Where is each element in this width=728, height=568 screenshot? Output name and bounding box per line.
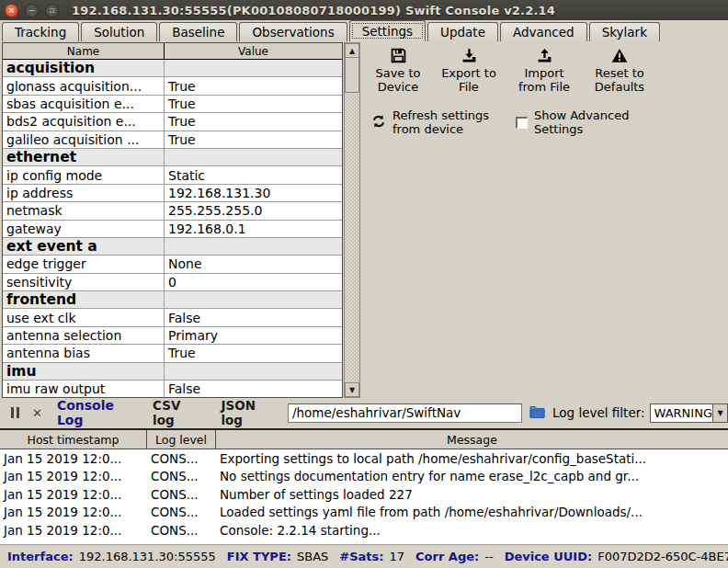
scrollbar-track[interactable] <box>345 93 359 382</box>
settings-row[interactable]: edge triggerNone <box>3 256 342 273</box>
folder-icon[interactable] <box>529 405 545 421</box>
settings-table: Name Value acquisition glonass acquisiti… <box>2 42 343 398</box>
log-message: No settings documentation entry for name… <box>216 468 728 486</box>
tab-advanced[interactable]: Advanced <box>500 22 587 41</box>
settings-row[interactable]: sensitivity0 <box>3 274 342 291</box>
setting-value: True <box>165 96 342 112</box>
refresh-settings-button[interactable]: Refresh settings from device <box>371 108 495 136</box>
settings-section-row[interactable]: imu <box>3 363 342 381</box>
log-row[interactable]: Jan 15 2019 12:0...CONS...Number of sett… <box>0 485 728 504</box>
tab-baseline[interactable]: Baseline <box>159 22 237 41</box>
log-row[interactable]: Jan 15 2019 12:0...CONS...No settings do… <box>0 468 728 486</box>
tab-skylark[interactable]: Skylark <box>589 22 660 41</box>
settings-scrollbar[interactable]: ▲ ▼ <box>344 42 360 398</box>
settings-section-row[interactable]: acquisition <box>3 60 342 77</box>
settings-row[interactable]: antenna biasTrue <box>3 345 342 362</box>
scrollbar-thumb[interactable] <box>345 58 359 93</box>
settings-row[interactable]: galileo acquisition ...True <box>3 131 342 149</box>
show-advanced-checkbox[interactable] <box>516 117 528 129</box>
settings-section-row[interactable]: frontend <box>3 291 342 309</box>
setting-value: True <box>165 77 342 94</box>
scroll-up-icon[interactable]: ▲ <box>345 43 359 58</box>
pause-log-icon[interactable] <box>11 407 19 418</box>
setting-name: sensitivity <box>3 274 165 290</box>
column-header-name[interactable]: Name <box>3 43 165 59</box>
settings-row[interactable]: ip config modeStatic <box>3 166 342 184</box>
setting-name: gateway <box>3 221 165 237</box>
tab-solution[interactable]: Solution <box>81 22 157 41</box>
section-name: imu <box>3 363 165 380</box>
tab-settings[interactable]: Settings <box>349 20 426 41</box>
column-header-value[interactable]: Value <box>165 43 342 59</box>
section-name: ethernet <box>3 149 165 165</box>
settings-row[interactable]: use ext clkFalse <box>3 309 342 326</box>
section-value <box>165 238 342 255</box>
log-timestamp: Jan 15 2019 12:0... <box>0 521 147 540</box>
column-header-log-level[interactable]: Log level <box>147 430 216 449</box>
log-row[interactable]: Jan 15 2019 12:0...CONS...Exporting sett… <box>0 449 728 468</box>
settings-row[interactable]: imu raw outputFalse <box>3 381 342 398</box>
settings-section-row[interactable]: ethernet <box>3 149 342 166</box>
log-row[interactable]: Jan 15 2019 12:0...CONS...Console: 2.2.1… <box>0 521 728 540</box>
log-level-select[interactable]: WARNING ▼ <box>650 403 728 423</box>
column-header-message[interactable]: Message <box>216 430 728 449</box>
import-from-file-label: Import from File <box>511 66 577 94</box>
tab-observations[interactable]: Observations <box>239 22 347 41</box>
setting-value: False <box>165 309 342 325</box>
setting-value: 0 <box>165 274 342 290</box>
show-advanced-settings-toggle[interactable]: Show Advanced Settings <box>516 108 633 136</box>
refresh-icon <box>371 114 386 131</box>
log-level-value: WARNING <box>651 404 712 422</box>
settings-row[interactable]: netmask255.255.255.0 <box>3 202 342 220</box>
setting-name: edge trigger <box>3 256 165 272</box>
settings-row[interactable]: gateway192.168.0.1 <box>3 221 342 238</box>
section-name: frontend <box>3 291 165 308</box>
log-timestamp: Jan 15 2019 12:0... <box>0 504 147 522</box>
sats-value: 17 <box>389 550 404 563</box>
minimize-window-icon[interactable]: − <box>25 4 39 17</box>
setting-name: bds2 acquisition e... <box>3 113 165 130</box>
close-window-icon[interactable]: × <box>5 4 18 17</box>
log-message: Number of settings loaded 227 <box>216 485 728 504</box>
save-to-device-label: Save to Device <box>370 66 427 94</box>
fix-type-value: SBAS <box>297 550 328 563</box>
import-from-file-button[interactable]: Import from File <box>511 48 577 94</box>
json-log-toggle[interactable]: JSON log <box>221 398 273 427</box>
settings-row[interactable]: sbas acquisition e...True <box>3 96 342 113</box>
log-row[interactable]: Jan 15 2019 12:0...CONS...Loaded setting… <box>0 504 728 522</box>
save-to-device-button[interactable]: Save to Device <box>370 48 427 94</box>
maximize-window-icon[interactable]: ▫ <box>45 4 59 17</box>
setting-name: antenna selection <box>3 327 165 344</box>
settings-row[interactable]: glonass acquisition...True <box>3 77 342 95</box>
reset-to-defaults-label: Reset to Defaults <box>589 66 650 94</box>
tab-tracking[interactable]: Tracking <box>2 22 79 41</box>
device-uuid-value: F007D2D2-650C-4BE7-83EC <box>597 550 728 563</box>
csv-log-toggle[interactable]: CSV log <box>153 398 199 427</box>
clear-log-icon[interactable]: ✕ <box>32 406 42 420</box>
setting-value: True <box>165 131 342 148</box>
chevron-down-icon[interactable]: ▼ <box>712 404 727 422</box>
settings-row[interactable]: ip address192.168.131.30 <box>3 185 342 202</box>
settings-row[interactable]: bds2 acquisition e...True <box>3 113 342 131</box>
sats-label: #Sats: <box>339 550 383 563</box>
scroll-down-icon[interactable]: ▼ <box>345 382 359 397</box>
section-value <box>165 60 342 76</box>
log-timestamp: Jan 15 2019 12:0... <box>0 485 147 504</box>
titlebar: × − ▫ 192.168.131.30:55555(PK00108080718… <box>0 0 728 20</box>
log-level: CONS... <box>147 504 216 522</box>
show-advanced-label: Show Advanced Settings <box>534 108 633 136</box>
setting-name: galileo acquisition ... <box>3 131 165 148</box>
log-table-header: Host timestamp Log level Message <box>0 430 728 449</box>
settings-section-row[interactable]: ext event a <box>3 238 342 256</box>
settings-actions-panel: Save to Device Export to File Import fro… <box>364 48 724 136</box>
column-header-host-timestamp[interactable]: Host timestamp <box>0 430 147 449</box>
reset-to-defaults-button[interactable]: Reset to Defaults <box>589 48 650 94</box>
setting-name: ip address <box>3 185 165 201</box>
log-path-input[interactable] <box>288 403 522 423</box>
tab-update[interactable]: Update <box>427 22 498 41</box>
export-to-file-button[interactable]: Export to File <box>438 48 499 94</box>
window-controls: × − ▫ <box>5 4 59 17</box>
setting-value: 192.168.131.30 <box>165 185 342 201</box>
setting-name: use ext clk <box>3 309 165 325</box>
settings-row[interactable]: antenna selectionPrimary <box>3 327 342 345</box>
